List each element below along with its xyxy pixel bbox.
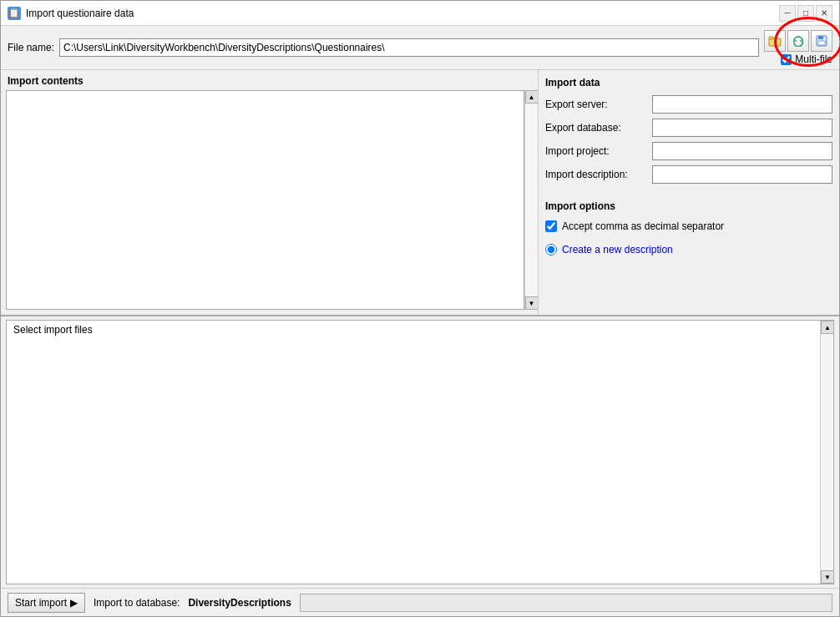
accept-comma-row: Accept comma as decimal separator (545, 220, 832, 232)
create-new-row: Create a new description (545, 244, 832, 255)
start-import-label: Start import (15, 597, 67, 609)
import-options-title: Import options (545, 200, 832, 212)
file-name-label: File name: (8, 42, 54, 53)
open-folder-button[interactable] (764, 30, 786, 52)
svg-rect-1 (769, 37, 773, 39)
scroll-down-arrow[interactable]: ▼ (525, 296, 539, 310)
select-import-files-label: Select import files (7, 321, 833, 339)
file-path-input[interactable] (59, 38, 759, 57)
import-project-input[interactable] (652, 142, 832, 160)
bottom-scroll-down[interactable]: ▼ (821, 570, 834, 584)
top-panels: Import contents ▲ ▼ Import data Export (1, 70, 839, 316)
import-project-row: Import project: (545, 142, 832, 160)
bottom-inner: Select import files ▲ ▼ (6, 320, 834, 584)
bottom-panel: Select import files ▲ ▼ (1, 316, 839, 588)
maximize-button[interactable]: □ (797, 5, 814, 22)
import-description-input[interactable] (652, 165, 832, 184)
import-description-label: Import description: (545, 169, 645, 180)
accept-comma-label[interactable]: Accept comma as decimal separator (562, 220, 724, 232)
create-new-radio[interactable] (545, 244, 557, 255)
import-to-label: Import to database: (94, 597, 180, 609)
status-progress-area (300, 594, 832, 612)
multifile-label[interactable]: Multi-file (795, 53, 832, 65)
app-icon: 📋 (8, 7, 21, 20)
bottom-scrollbar[interactable]: ▲ ▼ (820, 321, 833, 584)
save-button[interactable] (811, 30, 832, 52)
close-button[interactable]: ✕ (816, 5, 832, 22)
export-database-label: Export database: (545, 122, 645, 134)
toolbar-btn-group (764, 30, 832, 52)
window-controls: ─ □ ✕ (779, 5, 832, 22)
file-name-row: File name: (1, 26, 839, 70)
svg-rect-4 (818, 41, 825, 45)
export-server-row: Export server: (545, 95, 832, 114)
status-bar: Start import ▶ Import to database: Diver… (1, 588, 839, 616)
title-bar: 📋 Import questionaire data ─ □ ✕ (1, 1, 839, 26)
status-input-display (300, 594, 832, 612)
import-db-name: DiversityDescriptions (188, 597, 291, 609)
minimize-button[interactable]: ─ (779, 5, 796, 22)
create-new-label[interactable]: Create a new description (562, 244, 673, 255)
import-contents-title: Import contents (1, 70, 538, 90)
import-contents-panel: Import contents ▲ ▼ (1, 70, 539, 315)
bottom-scroll-up[interactable]: ▲ (821, 321, 834, 334)
window-title: Import questionaire data (26, 8, 779, 19)
export-database-input[interactable] (652, 119, 832, 137)
scroll-up-arrow[interactable]: ▲ (525, 90, 539, 104)
export-database-row: Export database: (545, 119, 832, 137)
multifile-row: Multi-file (781, 53, 832, 65)
toolbar-multifile-area: Multi-file (764, 30, 832, 65)
refresh-button[interactable] (787, 30, 809, 52)
scroll-track (525, 104, 539, 296)
svg-rect-3 (818, 36, 823, 39)
import-contents-scrollbar[interactable]: ▲ ▼ (524, 90, 538, 310)
main-window: 📋 Import questionaire data ─ □ ✕ File na… (0, 0, 840, 617)
import-data-title: Import data (545, 77, 832, 89)
import-data-panel: Import data Export server: Export databa… (539, 70, 839, 315)
start-import-button[interactable]: Start import ▶ (8, 593, 85, 613)
bottom-scroll-track (821, 334, 833, 570)
export-server-input[interactable] (652, 95, 832, 114)
multifile-checkbox[interactable] (781, 54, 792, 65)
start-import-arrow: ▶ (70, 597, 78, 609)
import-project-label: Import project: (545, 145, 645, 157)
import-contents-area (6, 90, 524, 310)
accept-comma-checkbox[interactable] (545, 220, 557, 232)
export-server-label: Export server: (545, 99, 645, 110)
import-description-row: Import description: (545, 165, 832, 184)
main-content: Import contents ▲ ▼ Import data Export (1, 70, 839, 588)
